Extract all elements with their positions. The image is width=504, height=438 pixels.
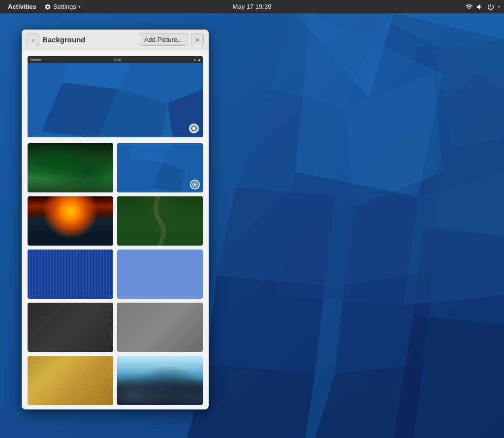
close-button[interactable]: ×	[191, 33, 204, 46]
power-icon[interactable]	[487, 3, 495, 11]
dialog-header: ‹ Background Add Picture... ×	[22, 30, 209, 50]
wallpaper-grid	[28, 143, 203, 405]
svg-point-28	[192, 127, 196, 130]
selected-indicator	[190, 180, 200, 189]
svg-point-34	[194, 184, 196, 186]
wallpaper-item-forest-aerial[interactable]	[28, 143, 113, 192]
settings-label: Settings	[53, 3, 76, 10]
dialog-title: Background	[42, 35, 86, 44]
network-icon[interactable]	[465, 3, 473, 11]
wallpaper-preview: Activities 19:39 ▲ ◀	[28, 56, 203, 137]
wallpaper-item-flat-blue[interactable]	[117, 250, 203, 299]
dialog-header-left: ‹ Background	[27, 33, 86, 46]
topbar: Activities Settings ▾ May 17 19:39	[0, 0, 504, 13]
background-dialog: ‹ Background Add Picture... × Activities…	[22, 30, 209, 409]
wallpaper-item-blue-stripes[interactable]	[28, 250, 113, 299]
preview-wifi-icon: ▲	[193, 58, 196, 61]
topbar-right: ▾	[465, 3, 500, 11]
preview-topbar: Activities 19:39 ▲ ◀	[28, 56, 203, 63]
topbar-datetime: May 17 19:39	[233, 3, 272, 10]
back-button[interactable]: ‹	[27, 33, 39, 46]
power-arrow[interactable]: ▾	[498, 4, 500, 9]
settings-arrow: ▾	[78, 4, 81, 9]
wallpaper-item-dark-texture[interactable]	[28, 303, 113, 352]
gear-icon	[44, 3, 51, 10]
wallpaper-item-sunset[interactable]	[28, 196, 113, 246]
preview-background	[28, 63, 203, 137]
dialog-content: Activities 19:39 ▲ ◀	[22, 50, 209, 409]
preview-activities: Activities	[30, 58, 42, 61]
preview-vol-icon: ◀	[198, 58, 200, 62]
preview-time: 19:39	[114, 58, 121, 61]
volume-icon[interactable]	[476, 3, 484, 11]
preview-topbar-icons: ▲ ◀	[193, 58, 200, 62]
preview-selected-indicator	[189, 124, 199, 133]
dialog-header-right: Add Picture... ×	[139, 33, 204, 46]
topbar-left: Activities Settings ▾	[4, 3, 83, 10]
activities-button[interactable]: Activities	[4, 3, 40, 10]
wallpaper-item-gold[interactable]	[28, 356, 113, 405]
wallpaper-item-winding-road[interactable]	[117, 196, 203, 246]
add-picture-button[interactable]: Add Picture...	[139, 33, 188, 46]
settings-menu[interactable]: Settings ▾	[42, 3, 83, 10]
wallpaper-item-gray[interactable]	[117, 303, 203, 352]
wallpaper-item-mountains[interactable]	[117, 356, 203, 405]
wallpaper-item-blue-abstract[interactable]	[117, 143, 203, 192]
